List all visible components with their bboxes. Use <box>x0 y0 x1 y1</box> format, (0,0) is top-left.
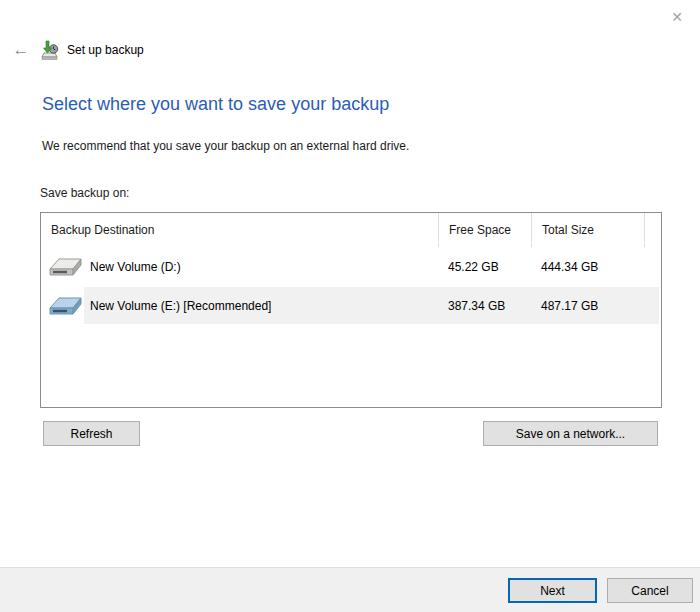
setup-backup-dialog: ✕ ← Set up backup Select where you want … <box>0 0 700 612</box>
drive-free-space: 387.34 GB <box>438 286 531 325</box>
column-header-free-space[interactable]: Free Space <box>438 213 531 247</box>
gray-drive-icon <box>49 254 83 280</box>
drive-total-size: 444.34 GB <box>531 247 644 286</box>
drive-label: New Volume (D:) <box>90 260 181 274</box>
table-row-drive-d[interactable]: New Volume (D:) 45.22 GB 444.34 GB <box>41 247 661 286</box>
column-header-total-size[interactable]: Total Size <box>531 213 644 247</box>
blue-drive-icon <box>49 293 83 319</box>
list-label: Save backup on: <box>40 186 129 200</box>
drive-label: New Volume (E:) [Recommended] <box>90 299 271 313</box>
column-header-filler <box>644 213 661 247</box>
table-row-drive-e[interactable]: New Volume (E:) [Recommended] 387.34 GB … <box>41 286 661 325</box>
next-button[interactable]: Next <box>508 578 597 603</box>
list-header: Backup Destination Free Space Total Size <box>41 213 661 247</box>
wizard-title: Set up backup <box>67 43 144 57</box>
back-arrow-icon[interactable]: ← <box>10 40 32 60</box>
row-filler <box>644 286 661 325</box>
drive-total-size: 487.17 GB <box>531 286 644 325</box>
row-filler <box>644 247 661 286</box>
drive-free-space: 45.22 GB <box>438 247 531 286</box>
page-heading: Select where you want to save your backu… <box>42 94 389 115</box>
column-header-backup-destination[interactable]: Backup Destination <box>41 213 438 247</box>
wizard-header: ← Set up backup <box>0 38 700 62</box>
close-icon[interactable]: ✕ <box>664 6 690 28</box>
refresh-button[interactable]: Refresh <box>43 421 140 446</box>
backup-app-icon <box>40 40 61 61</box>
backup-destination-list: Backup Destination Free Space Total Size… <box>40 212 662 408</box>
save-on-network-button[interactable]: Save on a network... <box>483 421 658 446</box>
cancel-button[interactable]: Cancel <box>607 578 693 603</box>
page-description: We recommend that you save your backup o… <box>42 139 409 153</box>
